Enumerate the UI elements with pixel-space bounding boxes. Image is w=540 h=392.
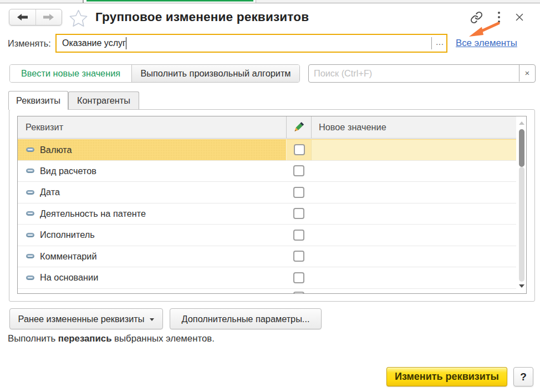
attribute-icon — [26, 254, 34, 258]
mode-button-group: Ввести новые значения Выполнить произвол… — [9, 64, 300, 83]
run-arbitrary-algorithm-button[interactable]: Выполнить произвольный алгоритм — [132, 65, 299, 82]
search-field[interactable]: Поиск (Ctrl+F) × — [308, 64, 536, 83]
additional-parameters-button[interactable]: Дополнительные параметры... — [170, 308, 322, 329]
table-header: Реквизит Новое значение — [18, 116, 516, 139]
change-target-label: Изменять: — [8, 38, 51, 49]
row-checkbox[interactable] — [293, 251, 304, 262]
new-value-cell[interactable] — [311, 182, 516, 203]
table-row[interactable]: На основании — [18, 267, 516, 289]
attribute-icon — [26, 190, 34, 195]
active-tab-underline — [86, 0, 253, 2]
dropdown-caret-icon — [150, 318, 154, 321]
row-checkbox[interactable] — [294, 144, 305, 155]
new-value-cell[interactable] — [311, 225, 516, 246]
search-placeholder: Поиск (Ctrl+F) — [314, 65, 372, 82]
text-caret — [126, 37, 126, 49]
attribute-icon — [26, 211, 34, 216]
pencil-icon[interactable] — [293, 122, 304, 133]
previously-changed-attributes-button[interactable]: Ранее измененные реквизиты — [9, 308, 163, 329]
arrow-left-icon — [17, 14, 28, 21]
annotation-arrow — [463, 20, 503, 40]
more-menu-icon[interactable] — [497, 12, 501, 23]
scrollbar-track[interactable] — [519, 167, 524, 282]
table-row[interactable]: Деятельность на патенте — [18, 203, 516, 225]
row-checkbox[interactable] — [293, 292, 304, 294]
all-elements-link[interactable]: Все элементы — [456, 38, 517, 49]
scrollbar-down-arrow[interactable] — [519, 284, 524, 288]
app-tabstrip-active-tab[interactable] — [83, 0, 256, 3]
attributes-table: Реквизит Новое значение Валюта Вид расч — [17, 116, 527, 294]
favorite-star-icon[interactable] — [69, 9, 88, 27]
get-link-icon[interactable] — [470, 11, 483, 24]
row-checkbox[interactable] — [293, 208, 304, 219]
new-value-cell[interactable] — [311, 267, 516, 288]
change-target-input[interactable]: Оказание услуг ... — [55, 34, 447, 53]
table-row-partial[interactable] — [18, 289, 516, 294]
scrollbar-thumb[interactable] — [519, 129, 524, 167]
table-rows: Валюта Вид расчетов Дата Деятельность на… — [18, 139, 516, 293]
change-target-value: Оказание услуг — [62, 35, 126, 52]
row-checkbox[interactable] — [293, 272, 304, 283]
forward-button[interactable] — [36, 9, 62, 25]
row-checkbox[interactable] — [293, 187, 304, 198]
app-tabstrip — [0, 0, 540, 3]
back-button[interactable] — [9, 9, 36, 25]
column-header-attribute[interactable]: Реквизит — [26, 116, 63, 138]
tab-attributes[interactable]: Реквизиты — [8, 91, 68, 110]
attribute-icon — [26, 276, 34, 280]
attribute-icon — [26, 147, 34, 152]
new-value-cell[interactable] — [311, 139, 516, 160]
arrow-right-icon — [43, 14, 54, 21]
group-attribute-change-window: Групповое изменение реквизитов Изменять:… — [0, 0, 540, 392]
row-checkbox[interactable] — [293, 230, 304, 241]
scrollbar-up-arrow[interactable] — [519, 121, 524, 125]
table-row[interactable]: Исполнитель — [18, 225, 516, 246]
table-row[interactable]: Валюта — [18, 139, 516, 161]
attribute-icon — [26, 233, 34, 237]
attribute-icon — [26, 169, 34, 173]
close-window-icon[interactable] — [516, 13, 523, 21]
new-value-cell[interactable] — [311, 161, 516, 182]
table-row[interactable]: Вид расчетов — [18, 161, 516, 182]
choose-value-button[interactable]: ... — [432, 35, 447, 52]
help-button[interactable]: ? — [513, 367, 533, 386]
column-header-new-value[interactable]: Новое значение — [319, 116, 386, 138]
table-row[interactable]: Дата — [18, 182, 516, 203]
nav-history-group — [9, 9, 62, 26]
change-attributes-button[interactable]: Изменить реквизиты — [386, 367, 507, 386]
new-value-cell[interactable] — [311, 203, 516, 225]
new-value-cell[interactable] — [311, 246, 516, 267]
tab-counterparties[interactable]: Контрагенты — [68, 91, 139, 109]
row-checkbox[interactable] — [293, 165, 304, 176]
search-clear-button[interactable]: × — [519, 65, 535, 82]
enter-new-values-button[interactable]: Ввести новые значения — [10, 65, 132, 82]
table-row[interactable]: Комментарий — [18, 246, 516, 268]
rewrite-note: Выполнить перезапись выбранных элементов… — [8, 333, 215, 344]
window-title: Групповое изменение реквизитов — [95, 10, 309, 24]
